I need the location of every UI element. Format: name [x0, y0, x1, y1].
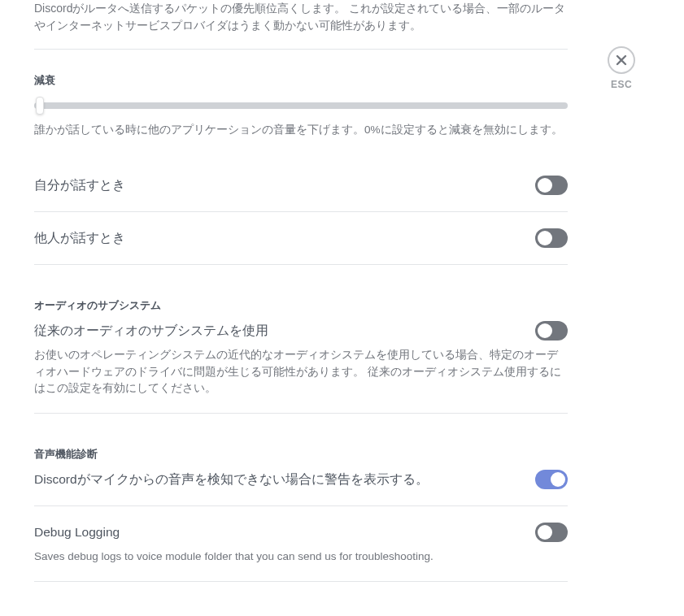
- when-i-speak-toggle[interactable]: [535, 176, 568, 195]
- toggle-knob: [538, 178, 552, 193]
- legacy-audio-description: お使いのオペレーティングシステムの近代的なオーディオシステムを使用している場合、…: [34, 347, 568, 397]
- attenuation-description: 誰かが話している時に他のアプリケーションの音量を下げます。0%に設定すると減衰を…: [34, 122, 568, 138]
- slider-track: [34, 102, 568, 109]
- attenuation-header: 減衰: [34, 74, 568, 88]
- when-others-speak-label: 他人が話すとき: [34, 230, 125, 247]
- divider: [34, 581, 568, 582]
- toggle-knob: [538, 231, 552, 245]
- mic-warning-toggle[interactable]: [535, 470, 568, 489]
- mic-warning-row: Discordがマイクからの音声を検知できない場合に警告を表示する。: [34, 468, 568, 505]
- audio-subsystem-header: オーディオのサブシステム: [34, 299, 568, 313]
- close-icon: [615, 54, 628, 67]
- toggle-knob: [538, 323, 552, 338]
- close-container: ESC: [608, 46, 635, 90]
- qos-description: Discordがルータへ送信するパケットの優先順位高くします。 これが設定されて…: [34, 0, 568, 34]
- when-others-speak-row: 他人が話すとき: [34, 212, 568, 264]
- attenuation-slider[interactable]: [34, 102, 568, 109]
- when-others-speak-toggle[interactable]: [535, 228, 568, 248]
- toggle-knob: [538, 525, 552, 540]
- voice-diagnostics-header: 音声機能診断: [34, 448, 568, 462]
- slider-thumb[interactable]: [36, 97, 44, 115]
- when-i-speak-label: 自分が話すとき: [34, 177, 125, 194]
- legacy-audio-label: 従来のオーディオのサブシステムを使用: [34, 323, 268, 340]
- esc-label: ESC: [611, 79, 632, 90]
- debug-logging-description: Saves debug logs to voice module folder …: [34, 549, 568, 565]
- debug-logging-toggle[interactable]: [535, 523, 568, 542]
- legacy-audio-toggle[interactable]: [535, 321, 568, 341]
- divider: [34, 49, 568, 50]
- when-i-speak-row: 自分が話すとき: [34, 159, 568, 211]
- mic-warning-label: Discordがマイクからの音声を検知できない場合に警告を表示する。: [34, 471, 429, 488]
- close-button[interactable]: [608, 46, 635, 74]
- debug-logging-label: Debug Logging: [34, 525, 120, 540]
- toggle-knob: [551, 472, 565, 487]
